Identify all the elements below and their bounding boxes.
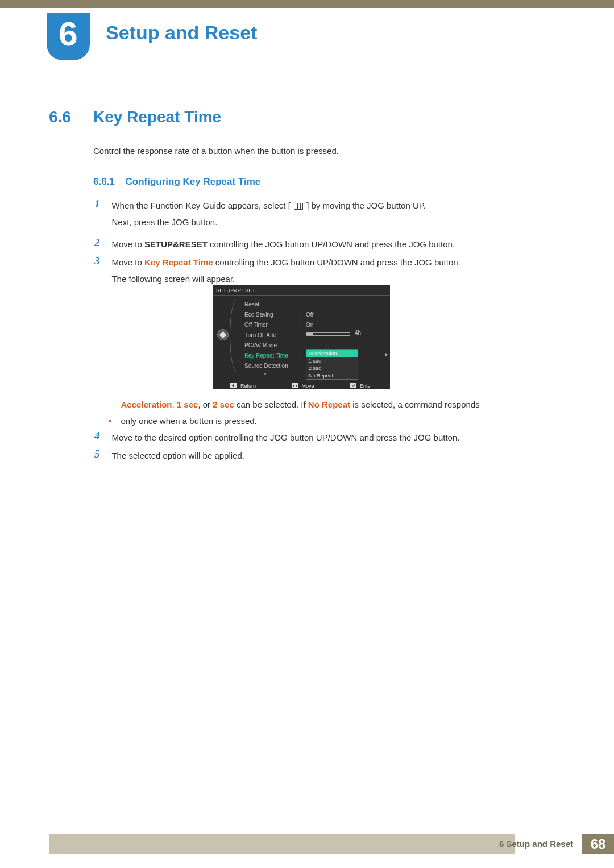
- bullet-text: Acceleration, 1 sec, or 2 sec can be sel…: [121, 397, 530, 429]
- step-4: 4 Move to the desired option controlling…: [94, 430, 538, 446]
- section-number: 6.6: [49, 108, 71, 126]
- osd-divider: [213, 295, 390, 296]
- chapter-title: Setup and Reset: [106, 22, 257, 44]
- osd-screenshot: SETUP&RESET Reset Eco Saving : Off Off T…: [213, 285, 390, 389]
- osd-slider-label: 4h: [355, 330, 361, 336]
- osd-return: Return: [230, 383, 256, 389]
- chevron-right-icon: [385, 352, 388, 357]
- top-accent-bar: [0, 0, 614, 8]
- step-2: 2 Move to SETUP&RESET controlling the JO…: [94, 236, 538, 253]
- section-intro: Control the response rate of a button wh…: [93, 145, 537, 158]
- osd-option-no-repeat: No Repeat: [306, 372, 358, 379]
- step-body: When the Function Key Guide appears, sel…: [111, 198, 532, 230]
- bullet-icon: [109, 420, 111, 422]
- step-number: 2: [94, 236, 109, 249]
- osd-option-acceleration: Acceleration: [306, 350, 358, 357]
- osd-row-eco-saving: Eco Saving : Off: [244, 309, 387, 319]
- subsection-title: Configuring Key Repeat Time: [126, 176, 261, 187]
- step-1: 1 When the Function Key Guide appears, s…: [94, 198, 538, 230]
- chevron-down-icon: ▾: [264, 371, 267, 377]
- osd-option-2sec: 2 sec: [306, 364, 358, 372]
- note-bullet: Acceleration, 1 sec, or 2 sec can be sel…: [109, 397, 537, 429]
- page-number: 68: [582, 834, 614, 854]
- osd-slider: [306, 332, 350, 336]
- step-number: 4: [94, 430, 109, 442]
- osd-move: Move: [292, 383, 314, 389]
- step-body: Move to the desired option controlling t…: [111, 430, 532, 446]
- osd-option-1sec: 1 sec: [306, 357, 358, 364]
- step-body: Move to SETUP&RESET controlling the JOG …: [111, 236, 532, 253]
- osd-dropdown: Acceleration 1 sec 2 sec No Repeat: [306, 349, 358, 380]
- osd-footer: Return Move Enter: [213, 380, 390, 391]
- step-body: Move to Key Repeat Time controlling the …: [111, 255, 532, 287]
- footer-chapter-label: 6 Setup and Reset: [466, 834, 580, 854]
- subsection-heading: 6.6.1 Configuring Key Repeat Time: [93, 176, 260, 188]
- osd-enter: Enter: [350, 383, 372, 389]
- chapter-number-tab: 6: [47, 13, 90, 60]
- step-3: 3 Move to Key Repeat Time controlling th…: [94, 255, 538, 287]
- osd-row-off-timer: Off Timer : On: [244, 319, 387, 330]
- footer-bar: [49, 834, 515, 854]
- step-body: The selected option will be applied.: [111, 448, 532, 464]
- osd-row-reset: Reset: [244, 299, 387, 309]
- gear-icon: [217, 329, 229, 340]
- section-title: Key Repeat Time: [93, 108, 221, 126]
- step-number: 1: [94, 198, 109, 210]
- menu-grid-icon: [294, 203, 303, 210]
- subsection-number: 6.6.1: [93, 176, 115, 187]
- step-number: 5: [94, 448, 109, 460]
- svg-rect-2: [292, 383, 298, 388]
- osd-title: SETUP&RESET: [213, 285, 390, 295]
- step-5: 5 The selected option will be applied.: [94, 448, 538, 464]
- step-number: 3: [94, 255, 109, 267]
